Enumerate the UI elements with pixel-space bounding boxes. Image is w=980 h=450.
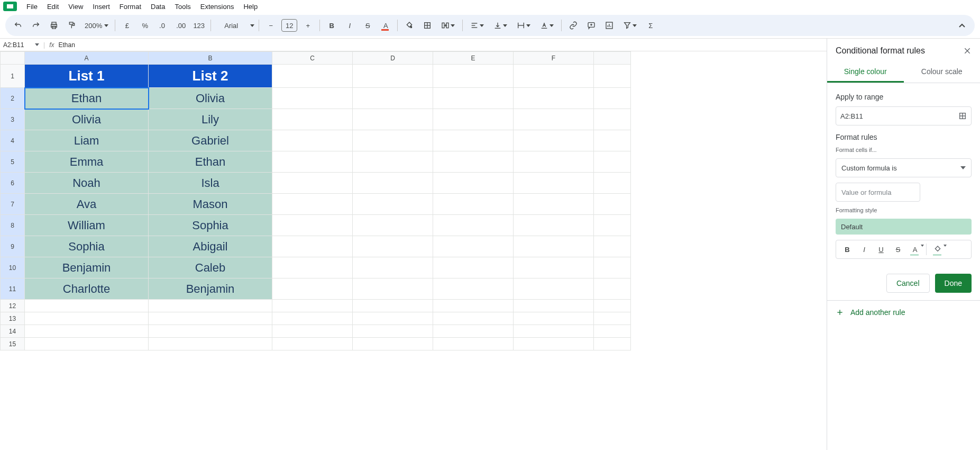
cell[interactable]	[433, 151, 514, 173]
cell[interactable]: Ethan	[25, 88, 149, 109]
cell[interactable]	[149, 325, 272, 338]
cell[interactable]	[353, 173, 433, 194]
cell[interactable]	[514, 257, 594, 278]
cell[interactable]: Abigail	[149, 236, 272, 257]
cell[interactable]	[272, 278, 353, 300]
cell[interactable]	[433, 109, 514, 130]
filter-button[interactable]	[620, 18, 640, 33]
cell[interactable]: Sophia	[25, 236, 149, 257]
name-box[interactable]: A2:B11	[3, 41, 31, 49]
increase-decimal-button[interactable]: .00	[173, 18, 188, 33]
cell[interactable]: Gabriel	[149, 130, 272, 151]
paint-format-button[interactable]	[65, 18, 79, 33]
cell[interactable]	[514, 338, 594, 350]
cell[interactable]: Liam	[25, 130, 149, 151]
cell[interactable]	[594, 236, 631, 257]
menu-file[interactable]: File	[22, 2, 42, 12]
cell[interactable]	[594, 312, 631, 325]
cell[interactable]	[433, 300, 514, 312]
cell[interactable]	[514, 130, 594, 151]
cell[interactable]	[353, 88, 433, 109]
default-style-preview[interactable]: Default	[836, 219, 972, 235]
cell[interactable]: Ethan	[149, 151, 272, 173]
col-header-b[interactable]: B	[149, 52, 272, 65]
cell[interactable]: Caleb	[149, 257, 272, 278]
cell[interactable]	[353, 215, 433, 236]
strikethrough-button[interactable]: S	[360, 18, 375, 33]
cell[interactable]	[594, 109, 631, 130]
cell[interactable]	[25, 312, 149, 325]
cell[interactable]	[514, 194, 594, 215]
cell[interactable]	[514, 325, 594, 338]
cell[interactable]	[353, 338, 433, 350]
cell[interactable]	[353, 257, 433, 278]
insert-chart-button[interactable]	[602, 18, 617, 33]
vertical-align-button[interactable]	[490, 18, 510, 33]
col-header-a[interactable]: A	[25, 52, 149, 65]
cell[interactable]: Emma	[25, 151, 149, 173]
style-bold-button[interactable]: B	[839, 241, 855, 257]
cell[interactable]	[594, 65, 631, 88]
cell[interactable]	[594, 300, 631, 312]
cell[interactable]	[594, 338, 631, 350]
borders-button[interactable]	[420, 18, 435, 33]
style-underline-button[interactable]: U	[873, 241, 889, 257]
cell[interactable]: Mason	[149, 194, 272, 215]
row-header[interactable]: 7	[1, 194, 25, 215]
cell[interactable]: Olivia	[149, 88, 272, 109]
cell[interactable]	[353, 194, 433, 215]
cell[interactable]	[149, 300, 272, 312]
col-header-f[interactable]: F	[514, 52, 594, 65]
cell[interactable]	[272, 236, 353, 257]
increase-font-button[interactable]: +	[300, 18, 315, 33]
row-header[interactable]: 4	[1, 130, 25, 151]
cell[interactable]	[25, 300, 149, 312]
collapse-toolbar-button[interactable]	[955, 18, 969, 33]
merge-cells-button[interactable]	[438, 18, 458, 33]
row-header[interactable]: 11	[1, 278, 25, 300]
cell[interactable]: Lily	[149, 109, 272, 130]
row-header[interactable]: 1	[1, 65, 25, 88]
range-input[interactable]: A2:B11	[836, 106, 972, 125]
cell[interactable]	[514, 88, 594, 109]
cell[interactable]	[272, 130, 353, 151]
cell[interactable]	[25, 338, 149, 350]
style-fill-color-button[interactable]	[930, 241, 946, 257]
cell[interactable]	[594, 257, 631, 278]
cell[interactable]: List 1	[25, 65, 149, 88]
redo-button[interactable]	[29, 18, 43, 33]
col-header-d[interactable]: D	[353, 52, 433, 65]
grid-select-icon[interactable]	[958, 112, 967, 120]
cell[interactable]	[353, 109, 433, 130]
menu-tools[interactable]: Tools	[170, 2, 195, 12]
cancel-button[interactable]: Cancel	[886, 274, 930, 293]
menu-data[interactable]: Data	[146, 2, 169, 12]
cell[interactable]	[433, 130, 514, 151]
cell[interactable]: Ava	[25, 194, 149, 215]
cell[interactable]	[149, 338, 272, 350]
cell[interactable]	[272, 257, 353, 278]
col-header[interactable]	[594, 52, 631, 65]
fill-color-button[interactable]	[402, 18, 417, 33]
undo-button[interactable]	[11, 18, 25, 33]
insert-link-button[interactable]	[566, 18, 581, 33]
cell[interactable]: William	[25, 215, 149, 236]
insert-comment-button[interactable]	[584, 18, 599, 33]
style-italic-button[interactable]: I	[856, 241, 872, 257]
more-formats-button[interactable]: 123	[191, 18, 206, 33]
chevron-down-icon[interactable]	[35, 43, 39, 46]
cell[interactable]	[594, 130, 631, 151]
cell[interactable]	[594, 173, 631, 194]
cell[interactable]	[433, 338, 514, 350]
add-another-rule-button[interactable]: Add another rule	[827, 301, 980, 324]
cell[interactable]	[272, 215, 353, 236]
row-header[interactable]: 15	[1, 338, 25, 350]
row-header[interactable]: 3	[1, 109, 25, 130]
horizontal-align-button[interactable]	[467, 18, 487, 33]
cell[interactable]	[514, 173, 594, 194]
cell[interactable]	[433, 257, 514, 278]
cell[interactable]	[272, 300, 353, 312]
done-button[interactable]: Done	[935, 274, 972, 293]
row-header[interactable]: 13	[1, 312, 25, 325]
bold-button[interactable]: B	[324, 18, 339, 33]
